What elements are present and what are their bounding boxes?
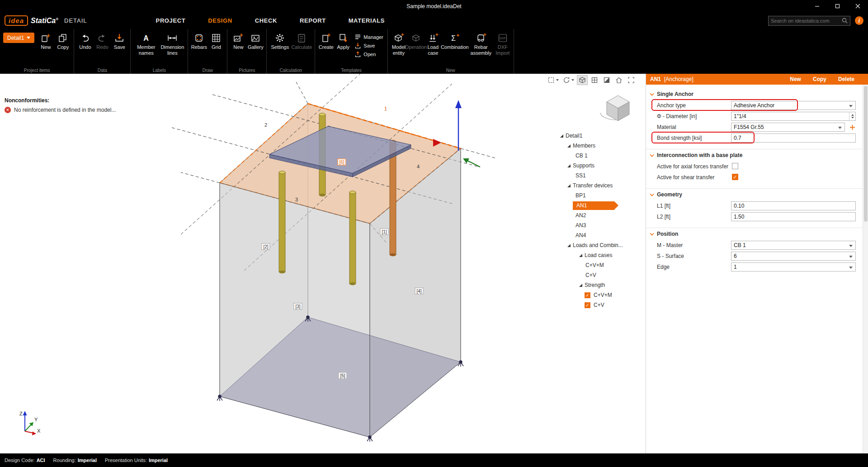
axial-transfer-checkbox[interactable]: [732, 163, 738, 169]
apply-template-button[interactable]: Apply: [335, 30, 352, 50]
checked-checkbox-icon[interactable]: [585, 292, 590, 298]
tree-item-members[interactable]: Members: [557, 141, 642, 151]
navigation-cube[interactable]: [600, 95, 629, 121]
tree-item-strength-cvm[interactable]: C+V+M: [557, 290, 642, 300]
template-manager-button[interactable]: Manager: [354, 33, 383, 40]
combination-button[interactable]: Σ Combination: [442, 30, 468, 50]
tree-item-load-cases[interactable]: Load cases: [557, 250, 642, 260]
tree-item-cb1[interactable]: CB 1: [557, 151, 642, 161]
template-open-button[interactable]: Open: [354, 51, 383, 57]
minimize-button[interactable]: [807, 0, 827, 12]
surface-select[interactable]: 6: [731, 252, 856, 261]
search-input[interactable]: [771, 18, 842, 24]
expander-icon[interactable]: [567, 184, 571, 187]
display-mode-button[interactable]: [601, 75, 612, 85]
expander-icon[interactable]: [579, 254, 582, 257]
save-button[interactable]: Save: [111, 30, 128, 50]
load-case-button[interactable]: Load case: [425, 30, 442, 56]
orbit-button[interactable]: [561, 75, 576, 85]
properties-scrollbar[interactable]: [863, 85, 868, 453]
anchor-west[interactable]: [279, 171, 285, 273]
tree-item-detail1[interactable]: Detail1: [557, 131, 642, 141]
model-entity-button[interactable]: Model entity: [390, 30, 407, 56]
expander-icon[interactable]: [567, 144, 571, 148]
tab-materials[interactable]: MATERIALS: [348, 14, 386, 27]
l1-input[interactable]: 0.10: [731, 201, 856, 210]
info-icon[interactable]: [855, 16, 863, 25]
checked-checkbox-icon[interactable]: [585, 302, 590, 308]
new-anchor-button[interactable]: New: [790, 76, 801, 82]
zoom-fit-button[interactable]: [626, 75, 637, 85]
section-header[interactable]: Position: [646, 228, 868, 240]
tab-design[interactable]: DESIGN: [207, 14, 233, 27]
tree-item-ss1[interactable]: SS1: [557, 171, 642, 181]
master-select[interactable]: CB 1: [731, 241, 856, 250]
new-item-button[interactable]: New: [37, 30, 54, 50]
material-select[interactable]: F1554 Gr.55: [731, 123, 845, 132]
rebars-button[interactable]: Rebars: [190, 30, 208, 50]
expander-icon[interactable]: [567, 164, 571, 167]
settings-button[interactable]: Settings: [269, 30, 291, 50]
rebar-assembly-button[interactable]: Rebar assembly: [468, 30, 494, 56]
diameter-spinner[interactable]: 1"1/4: [731, 112, 856, 121]
selected-object-name: AN1: [650, 76, 661, 82]
tab-report[interactable]: REPORT: [299, 14, 327, 27]
bond-strength-input[interactable]: 0.7: [731, 133, 856, 143]
member-names-button[interactable]: A Member names: [133, 30, 159, 56]
tree-item-cv[interactable]: C+V: [557, 270, 642, 280]
maximize-button[interactable]: [827, 0, 848, 12]
edge-select[interactable]: 1: [731, 262, 856, 272]
expander-icon[interactable]: [560, 134, 563, 138]
section-header[interactable]: Interconnection with a base plate: [646, 149, 868, 161]
copy-anchor-button[interactable]: Copy: [813, 76, 826, 82]
ribbon-group-labels: A Member names Dimension lines Labels: [131, 29, 188, 74]
project-selector-button[interactable]: Detail1: [3, 33, 34, 43]
tree-item-loads-and-combinations[interactable]: Loads and Combin...: [557, 240, 642, 250]
tab-project[interactable]: PROJECT: [155, 14, 187, 27]
expander-icon[interactable]: [579, 284, 582, 287]
tree-item-an4[interactable]: AN4: [557, 230, 642, 240]
anchor-south[interactable]: [349, 191, 356, 285]
delete-anchor-button[interactable]: Delete: [838, 76, 854, 82]
tree-item-an1-selected[interactable]: AN1: [557, 200, 642, 210]
grid-button[interactable]: Grid: [208, 30, 225, 50]
home-view-button[interactable]: [613, 75, 624, 85]
gallery-button[interactable]: Gallery: [247, 30, 264, 50]
dxf-import-button[interactable]: DXF DXF Import: [494, 30, 511, 56]
tree-item-supports[interactable]: Supports: [557, 161, 642, 171]
anchor-type-select[interactable]: Adhesive Anchor: [731, 101, 856, 110]
calculate-button[interactable]: Calculate: [291, 30, 312, 50]
section-header[interactable]: Geometry: [646, 189, 868, 200]
model-entity-icon: [393, 32, 404, 44]
section-header[interactable]: Single Anchor: [646, 88, 868, 100]
expander-icon[interactable]: [567, 244, 571, 247]
tree-item-strength-cv[interactable]: C+V: [557, 300, 642, 310]
tree-item-cvm[interactable]: C+V+M: [557, 260, 642, 270]
tree-item-bp1[interactable]: BP1: [557, 191, 642, 200]
template-save-button[interactable]: Save: [354, 42, 383, 49]
create-template-button[interactable]: Create: [317, 30, 335, 50]
l2-input[interactable]: 1.50: [731, 212, 856, 221]
model-viewport[interactable]: 1 2 3 4 Z Y X: [0, 74, 646, 453]
tree-item-strength[interactable]: Strength: [557, 280, 642, 290]
scrollbar-thumb[interactable]: [864, 86, 868, 222]
add-material-button[interactable]: [848, 123, 856, 131]
tree-item-an3[interactable]: AN3: [557, 220, 642, 230]
redo-button[interactable]: Redo: [94, 30, 111, 50]
undo-button[interactable]: Undo: [76, 30, 94, 50]
tree-item-an2[interactable]: AN2: [557, 210, 642, 220]
idea-logo: idea: [5, 15, 28, 26]
shear-transfer-checkbox[interactable]: [732, 174, 738, 180]
new-picture-button[interactable]: New: [230, 30, 247, 50]
spinner-arrows-icon[interactable]: [849, 112, 855, 120]
copy-item-button[interactable]: Copy: [54, 30, 71, 50]
close-button[interactable]: [848, 0, 868, 12]
operation-button[interactable]: Operation: [407, 30, 425, 50]
plane-views-button[interactable]: [589, 75, 600, 85]
iso-view-button[interactable]: [577, 75, 588, 85]
dimension-lines-button[interactable]: Dimension lines: [159, 30, 185, 56]
section-view-button[interactable]: [546, 75, 560, 85]
tab-check[interactable]: CHECK: [254, 14, 278, 27]
tree-item-transfer-devices[interactable]: Transfer devices: [557, 181, 642, 191]
properties-panel: AN1 [Anchorage] New Copy Delete Single A…: [646, 74, 868, 453]
